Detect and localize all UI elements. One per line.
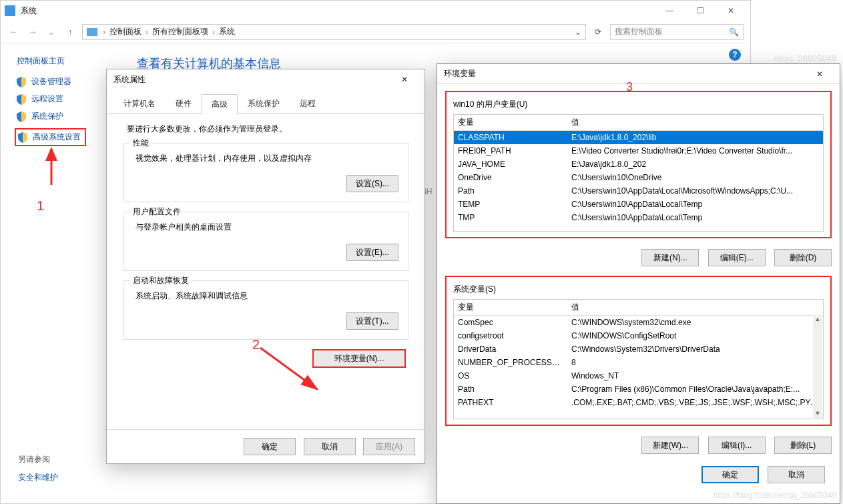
cancel-button[interactable]: 取消: [768, 466, 825, 483]
table-row[interactable]: PATHEXT.COM;.EXE;.BAT;.CMD;.VBS;.VBE;.JS…: [454, 396, 823, 409]
table-row[interactable]: JAVA_HOMEE:\Java\jdk1.8.0_202: [454, 158, 823, 171]
chevron-down-icon[interactable]: ⌄: [45, 27, 58, 37]
table-row[interactable]: CLASSPATHE:\Java\jdk1.8.0_202\lib: [454, 131, 823, 144]
var-name: OS: [454, 369, 567, 383]
nav-forward-icon[interactable]: →: [26, 27, 39, 37]
nav-back-icon[interactable]: ←: [7, 27, 21, 37]
table-row[interactable]: NUMBER_OF_PROCESSORS8: [454, 356, 823, 369]
window-title: 系统: [21, 5, 654, 17]
search-icon[interactable]: 🔍: [729, 27, 739, 37]
var-value: C:\Program Files (x86)\Common Files\Orac…: [567, 383, 823, 396]
col-var[interactable]: 变量: [454, 300, 567, 315]
user-edit-button[interactable]: 编辑(E)...: [708, 249, 766, 266]
crumb-sep: ›: [212, 27, 215, 37]
var-name: FREI0R_PATH: [454, 144, 567, 158]
table-row[interactable]: DriverDataC:\Windows\System32\Drivers\Dr…: [454, 342, 823, 356]
system-icon: [5, 5, 15, 16]
user-vars-buttons: 新建(N)... 编辑(E)... 删除(D): [445, 249, 832, 266]
tab-protection[interactable]: 系统保护: [238, 93, 290, 113]
crumb-1[interactable]: 所有控制面板项: [152, 26, 208, 37]
table-row[interactable]: OSWindows_NT: [454, 369, 823, 383]
maximize-button[interactable]: ☐: [685, 1, 716, 21]
admin-note: 要进行大多数更改，你必须作为管理员登录。: [127, 123, 414, 135]
group-startup: 启动和故障恢复 系统启动、系统故障和调试信息 设置(T)...: [123, 280, 408, 340]
dialog-body: 要进行大多数更改，你必须作为管理员登录。 性能 视觉效果，处理器计划，内存使用，…: [107, 114, 425, 429]
table-row[interactable]: configsetrootC:\WINDOWS\ConfigSetRoot: [454, 329, 823, 342]
close-button[interactable]: ✕: [391, 75, 418, 84]
var-value: E:\Video Converter Studio\frei0r;E:\Vide…: [567, 144, 823, 158]
tab-hardware[interactable]: 硬件: [166, 93, 202, 113]
tab-remote[interactable]: 远程: [290, 93, 326, 113]
close-button[interactable]: ✕: [806, 69, 833, 79]
table-row[interactable]: ComSpecC:\WINDOWS\system32\cmd.exe: [454, 316, 823, 329]
var-value: 8: [567, 356, 823, 369]
group-title: 启动和故障恢复: [130, 275, 192, 286]
ok-button[interactable]: 确定: [244, 438, 296, 455]
system-vars-section: 系统变量(S) 变量 值 ComSpecC:\WINDOWS\system32\…: [445, 276, 832, 426]
annotation-2-num: 2: [252, 337, 260, 352]
nav-advanced-settings[interactable]: 高级系统设置: [15, 128, 86, 146]
breadcrumb[interactable]: › 控制面板 › 所有控制面板项 › 系统 ⌄: [82, 24, 586, 40]
nav-up-icon[interactable]: ↑: [63, 27, 77, 37]
help-icon[interactable]: ?: [729, 49, 741, 61]
scrollbar[interactable]: ▲ ▼: [813, 314, 822, 418]
partial-text: iH: [425, 187, 432, 196]
profile-settings-button[interactable]: 设置(E)...: [346, 244, 398, 261]
system-properties-dialog: 系统属性 ✕ 计算机名 硬件 高级 系统保护 远程 要进行大多数更改，你必须作为…: [106, 69, 425, 464]
sys-new-button[interactable]: 新建(W)...: [641, 437, 699, 454]
table-row[interactable]: OneDriveC:\Users\win10\OneDrive: [454, 171, 823, 184]
scroll-up-icon[interactable]: ▲: [813, 314, 822, 324]
crumb-2[interactable]: 系统: [219, 26, 235, 37]
var-name: OneDrive: [454, 171, 567, 184]
var-value: C:\Users\win10\AppData\Local\Temp: [567, 198, 823, 211]
table-row[interactable]: PathC:\Users\win10\AppData\Local\Microso…: [454, 184, 823, 198]
scroll-down-icon[interactable]: ▼: [813, 409, 822, 418]
table-header: 变量 值: [454, 115, 823, 131]
minimize-button[interactable]: —: [654, 1, 685, 21]
startup-settings-button[interactable]: 设置(T)...: [346, 312, 398, 330]
close-button[interactable]: ✕: [716, 1, 746, 21]
table-row[interactable]: FREI0R_PATHE:\Video Converter Studio\fre…: [454, 144, 823, 158]
apply-button[interactable]: 应用(A): [363, 438, 415, 455]
crumb-0[interactable]: 控制面板: [109, 26, 142, 37]
table-row[interactable]: TMPC:\Users\win10\AppData\Local\Temp: [454, 211, 823, 224]
var-value: C:\Users\win10\OneDrive: [567, 171, 823, 184]
var-name: PATHEXT: [454, 396, 567, 409]
user-vars-table[interactable]: 变量 值 CLASSPATHE:\Java\jdk1.8.0_202\libFR…: [453, 114, 824, 232]
search-input[interactable]: 搜索控制面板 🔍: [610, 24, 744, 40]
dialog-title: 环境变量: [444, 68, 476, 79]
env-vars-button[interactable]: 环境变量(N)...: [312, 349, 406, 368]
annotation-1: 1: [45, 145, 71, 194]
var-name: NUMBER_OF_PROCESSORS: [454, 356, 567, 369]
sys-edit-button[interactable]: 编辑(I)...: [708, 437, 766, 454]
env-vars-dialog: 环境变量 ✕ 3 win10 的用户变量(U) 变量 值 CLASSPATHE:…: [437, 63, 840, 504]
tab-computer-name[interactable]: 计算机名: [113, 93, 166, 113]
nav-label: 远程设置: [31, 93, 63, 105]
tabs: 计算机名 硬件 高级 系统保护 远程: [107, 93, 425, 114]
shield-icon: [17, 111, 26, 122]
group-title: 用户配置文件: [130, 206, 184, 218]
cancel-button[interactable]: 取消: [304, 438, 356, 455]
computer-icon: [87, 28, 97, 36]
ok-button[interactable]: 确定: [701, 466, 759, 483]
search-placeholder: 搜索控制面板: [615, 26, 663, 37]
table-row[interactable]: TEMPC:\Users\win10\AppData\Local\Temp: [454, 198, 823, 211]
security-maintenance-link[interactable]: 安全和维护: [18, 472, 58, 483]
col-var[interactable]: 变量: [454, 115, 567, 130]
col-val[interactable]: 值: [567, 300, 823, 315]
col-val[interactable]: 值: [567, 115, 823, 130]
var-name: JAVA_HOME: [454, 158, 567, 171]
tab-advanced[interactable]: 高级: [202, 94, 238, 114]
user-delete-button[interactable]: 删除(D): [774, 249, 832, 266]
system-vars-table[interactable]: 变量 值 ComSpecC:\WINDOWS\system32\cmd.exec…: [453, 299, 824, 419]
dialog-footer: 确定 取消 应用(A): [107, 429, 425, 463]
address-drop-icon[interactable]: ⌄: [575, 27, 581, 37]
shield-icon: [17, 94, 26, 105]
user-new-button[interactable]: 新建(N)...: [641, 249, 699, 266]
sys-delete-button[interactable]: 删除(L): [774, 437, 832, 454]
var-name: Path: [454, 184, 567, 198]
table-row[interactable]: PathC:\Program Files (x86)\Common Files\…: [454, 383, 823, 396]
perf-settings-button[interactable]: 设置(S)...: [346, 175, 398, 192]
watermark: et/qq_26605049: [774, 53, 836, 63]
refresh-icon[interactable]: ⟳: [591, 27, 605, 37]
